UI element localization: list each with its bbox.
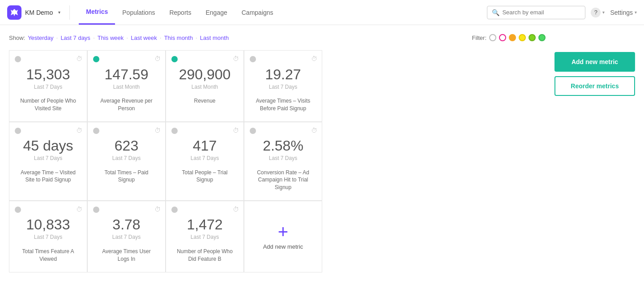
metric-period-m2: Last Month xyxy=(113,84,140,90)
metric-card-m6[interactable]: ⏱ 623 Last 7 Days Total Times – Paid Sig… xyxy=(87,122,166,201)
metric-period-m6: Last 7 Days xyxy=(112,155,141,161)
metric-label-m4: Average Times – Visits Before Paid Signu… xyxy=(252,94,315,114)
filter-row: Filter: xyxy=(472,34,546,41)
settings-button[interactable]: Settings ▾ xyxy=(610,9,637,16)
metric-card-m4[interactable]: ⏱ 19.27 Last 7 Days Average Times – Visi… xyxy=(244,50,322,122)
metric-label-m9: Total Times Feature A Viewed xyxy=(17,244,80,265)
filter-dot-orange[interactable] xyxy=(509,34,516,41)
metric-label-m6: Total Times – Paid Signup xyxy=(95,165,158,186)
filter-dot-yellow[interactable] xyxy=(519,34,526,41)
filter-dot-grey[interactable] xyxy=(489,34,496,41)
show-last7days[interactable]: Last 7 days xyxy=(60,35,90,41)
metric-dot-m2 xyxy=(93,56,99,62)
metric-clock-m10: ⏱ xyxy=(154,206,161,213)
metric-label-m3: Revenue xyxy=(173,94,236,107)
nav-link-campaigns[interactable]: Campaigns xyxy=(235,0,281,25)
nav-link-populations[interactable]: Populations xyxy=(115,0,162,25)
metrics-row-3: ⏱ 10,833 Last 7 Days Total Times Feature… xyxy=(9,201,546,272)
metric-label-m5: Average Time – Visited Site to Paid Sign… xyxy=(17,165,80,186)
show-lastweek[interactable]: Last week xyxy=(131,35,157,41)
filter-dot-green[interactable] xyxy=(538,34,546,41)
metric-card-m8[interactable]: ⏱ 2.58% Last 7 Days Conversion Rate – Ad… xyxy=(244,122,322,201)
add-card-label: Add new metric xyxy=(263,243,303,250)
metric-dot-m11 xyxy=(171,207,178,213)
metric-dot-m8 xyxy=(250,128,256,134)
metric-dot-m5 xyxy=(15,128,21,134)
metric-value-m3: 290,900 xyxy=(179,66,231,83)
show-label: Show: xyxy=(9,35,25,41)
metric-clock-m5: ⏱ xyxy=(76,127,82,134)
metrics-row-2: ⏱ 45 days Last 7 Days Average Time – Vis… xyxy=(9,122,546,201)
metric-card-m11[interactable]: ⏱ 1,472 Last 7 Days Number of People Who… xyxy=(166,201,244,272)
metric-value-m2: 147.59 xyxy=(105,66,149,83)
metric-value-m10: 3.78 xyxy=(112,216,140,233)
metrics-row-1: ⏱ 15,303 Last 7 Days Number of People Wh… xyxy=(9,50,546,122)
metric-period-m10: Last 7 Days xyxy=(112,234,141,240)
help-button[interactable]: ? ▾ xyxy=(591,8,605,17)
metric-value-m11: 1,472 xyxy=(187,216,222,233)
show-thismonth[interactable]: This month xyxy=(164,35,193,41)
filter-dot-teal[interactable] xyxy=(529,34,536,41)
nav-link-metrics[interactable]: Metrics xyxy=(79,0,115,25)
metric-card-m2[interactable]: ⏱ 147.59 Last Month Average Revenue per … xyxy=(87,50,166,122)
metric-clock-m7: ⏱ xyxy=(233,127,239,134)
filter-dot-pink[interactable] xyxy=(499,34,506,41)
metric-card-m9[interactable]: ⏱ 10,833 Last 7 Days Total Times Feature… xyxy=(9,201,87,272)
metric-dot-m1 xyxy=(15,56,21,62)
metric-label-m8: Conversion Rate – Ad Campaign Hit to Tri… xyxy=(252,165,315,193)
nav-logo[interactable]: KM Demo ▾ xyxy=(7,5,70,20)
metric-value-m8: 2.58% xyxy=(263,138,303,154)
metric-value-m5: 45 days xyxy=(23,138,73,154)
brand-caret: ▾ xyxy=(58,10,60,15)
metric-clock-m4: ⏱ xyxy=(311,55,317,62)
metric-value-m9: 10,833 xyxy=(26,216,70,233)
metric-clock-m1: ⏱ xyxy=(76,55,82,62)
help-icon: ? xyxy=(591,8,601,17)
metric-period-m4: Last 7 Days xyxy=(269,84,297,90)
metric-dot-m6 xyxy=(93,128,99,134)
metric-label-m2: Average Revenue per Person xyxy=(95,94,158,114)
navbar: KM Demo ▾ Metrics Populations Reports En… xyxy=(0,0,644,25)
metric-clock-m2: ⏱ xyxy=(154,55,161,62)
metric-card-m3[interactable]: ⏱ 290,900 Last Month Revenue xyxy=(166,50,244,122)
add-plus-icon: + xyxy=(278,223,288,241)
nav-link-engage[interactable]: Engage xyxy=(198,0,234,25)
metric-card-m7[interactable]: ⏱ 417 Last 7 Days Total People – Trial S… xyxy=(166,122,244,201)
reorder-metrics-button[interactable]: Reorder metrics xyxy=(554,76,635,96)
show-thisweek[interactable]: This week xyxy=(98,35,124,41)
filter-label: Filter: xyxy=(472,35,487,41)
show-yesterday[interactable]: Yesterday xyxy=(28,35,53,41)
metric-dot-m9 xyxy=(15,207,21,213)
add-new-metric-card[interactable]: + Add new metric xyxy=(244,201,322,272)
metric-period-m9: Last 7 Days xyxy=(34,234,62,240)
metric-value-m6: 623 xyxy=(115,138,138,154)
show-lastmonth[interactable]: Last month xyxy=(200,35,229,41)
nav-link-reports[interactable]: Reports xyxy=(162,0,198,25)
nav-links: Metrics Populations Reports Engage Campa… xyxy=(70,0,289,25)
brand-name: KM Demo xyxy=(25,9,53,16)
metric-value-m7: 417 xyxy=(193,138,217,154)
metric-period-m5: Last 7 Days xyxy=(34,155,62,161)
search-input[interactable] xyxy=(502,9,580,16)
metric-card-m5[interactable]: ⏱ 45 days Last 7 Days Average Time – Vis… xyxy=(9,122,87,201)
metric-card-m1[interactable]: ⏱ 15,303 Last 7 Days Number of People Wh… xyxy=(9,50,87,122)
metric-clock-m3: ⏱ xyxy=(233,55,239,62)
metric-dot-m10 xyxy=(93,207,99,213)
help-caret: ▾ xyxy=(602,10,605,15)
metric-value-m4: 19.27 xyxy=(265,66,301,83)
metric-clock-m11: ⏱ xyxy=(233,206,239,213)
settings-label: Settings xyxy=(610,9,633,16)
metric-card-m10[interactable]: ⏱ 3.78 Last 7 Days Average Times User Lo… xyxy=(87,201,166,272)
metric-clock-m6: ⏱ xyxy=(154,127,161,134)
settings-caret: ▾ xyxy=(635,10,637,15)
show-filter-row: Show: Yesterday · Last 7 days · This wee… xyxy=(9,34,546,41)
metric-label-m11: Number of People Who Did Feature B xyxy=(173,244,236,265)
nav-right: 🔍 ? ▾ Settings ▾ xyxy=(487,6,637,19)
metric-period-m8: Last 7 Days xyxy=(269,155,297,161)
search-box: 🔍 xyxy=(487,6,585,19)
metric-period-m3: Last Month xyxy=(192,84,218,90)
show-row: Show: Yesterday · Last 7 days · This wee… xyxy=(9,34,229,41)
add-new-metric-button[interactable]: Add new metric xyxy=(554,52,635,72)
search-icon: 🔍 xyxy=(492,9,499,16)
logo-icon xyxy=(7,5,21,20)
